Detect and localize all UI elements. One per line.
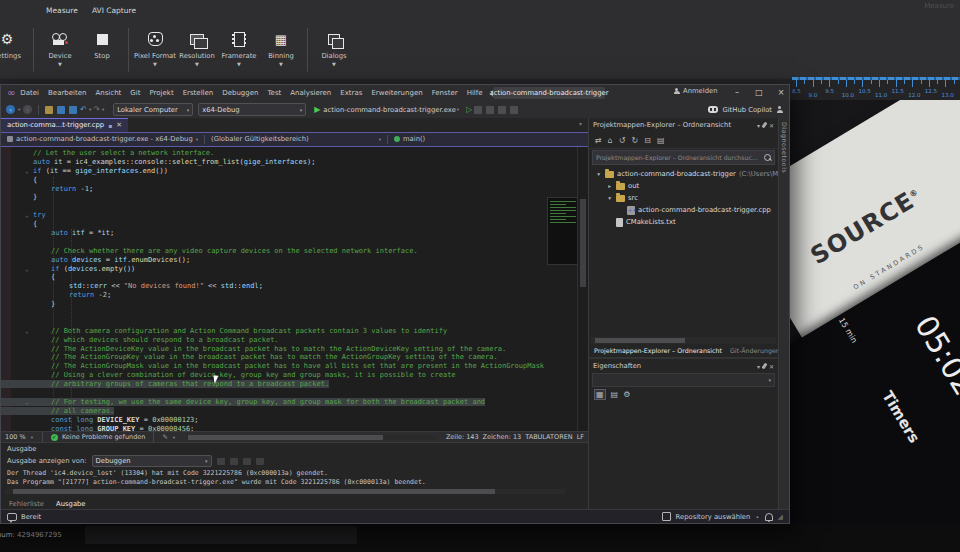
code-editor[interactable]: // Let the user select a network interfa…: [1, 147, 588, 431]
sign-in-button[interactable]: Anmelden: [673, 87, 717, 95]
dropdown-caret-icon[interactable]: ▼: [58, 62, 62, 66]
tree-item[interactable]: ▸out: [589, 180, 778, 192]
pin-icon[interactable]: [762, 122, 768, 129]
panel-tab[interactable]: Git-Änderungen: [730, 347, 780, 354]
window-position-dropdown-icon[interactable]: ▾: [757, 122, 760, 129]
fold-arrow-icon[interactable]: ⌄: [25, 327, 29, 336]
dropdown-caret-icon[interactable]: ▼: [279, 62, 283, 66]
tab-fehlerliste[interactable]: Fehlerliste: [9, 500, 44, 508]
toolbar-icon[interactable]: [486, 106, 494, 114]
menu-extras[interactable]: Extras: [340, 89, 362, 97]
menu-erstellen[interactable]: Erstellen: [183, 89, 214, 97]
open-folder-icon[interactable]: [45, 106, 53, 114]
startup-target-dropdown[interactable]: Lokaler Computer▾: [113, 103, 193, 116]
redo-dropdown-icon[interactable]: ▾: [102, 107, 104, 112]
menu-test[interactable]: Test: [268, 89, 282, 97]
vertical-scrollbar[interactable]: [577, 147, 588, 431]
refresh-icon[interactable]: ↻: [632, 136, 639, 145]
pen-icon[interactable]: ✎: [162, 433, 167, 441]
indentation-indicator[interactable]: TABULATOREN: [525, 433, 572, 441]
horizontal-scrollbar[interactable]: [186, 435, 436, 440]
project-dropdown[interactable]: action-command-broadcast-trigger.exe - x…: [1, 135, 204, 143]
minimize-button[interactable]: –: [729, 86, 745, 99]
fold-arrow-icon[interactable]: ⌄: [25, 211, 29, 220]
close-tab-icon[interactable]: ✕: [116, 121, 122, 129]
line-indicator[interactable]: Zeile: 143: [446, 433, 479, 441]
pen-dropdown-icon[interactable]: ▾: [173, 435, 175, 440]
output-source-dropdown[interactable]: Debuggen▾: [92, 455, 212, 467]
output-icon[interactable]: [230, 458, 238, 465]
tab-diagnostics[interactable]: Diagnosetools: [781, 122, 788, 173]
undo-dropdown-icon[interactable]: ▾: [89, 107, 91, 112]
tree-item[interactable]: action-command-broadcast-trigger.cpp: [589, 204, 778, 216]
resize-grip-icon[interactable]: ◢: [778, 513, 783, 521]
bookmark-icon[interactable]: [510, 106, 518, 114]
navigate-back-icon[interactable]: ‹: [6, 105, 15, 114]
dialogs-button[interactable]: Dialogs▼: [313, 26, 355, 77]
run-dropdown-icon[interactable]: ▾: [457, 107, 459, 112]
fold-arrow-icon[interactable]: ⌄: [25, 265, 29, 274]
problems-status[interactable]: Keine Probleme gefunden: [62, 433, 145, 441]
member-dropdown[interactable]: main(): [388, 135, 431, 143]
start-without-debugging-icon[interactable]: ▷: [466, 105, 472, 114]
dropdown-caret-icon[interactable]: ▼: [195, 62, 199, 66]
eol-indicator[interactable]: LF: [577, 433, 584, 441]
switch-views-icon[interactable]: ⇄: [595, 136, 602, 145]
solution-explorer-scrollbar[interactable]: [591, 337, 776, 344]
back-dropdown-icon[interactable]: ▾: [18, 107, 20, 112]
tree-item[interactable]: CMakeLists.txt: [589, 216, 778, 228]
menu-hilfe[interactable]: Hilfe: [467, 89, 483, 97]
redo-icon[interactable]: ↷: [93, 105, 100, 114]
fold-arrow-icon[interactable]: ⌄: [25, 398, 29, 407]
menu-erweiterungen[interactable]: Erweiterungen: [371, 89, 422, 97]
save-all-icon[interactable]: [69, 106, 77, 114]
menu-analysieren[interactable]: Analysieren: [290, 89, 331, 97]
tree-item[interactable]: ▾action-command-broadcast-trigger (C:\Us…: [589, 168, 778, 180]
undo-icon[interactable]: ↺: [619, 136, 626, 145]
zoom-level-dropdown[interactable]: 100 %: [5, 433, 26, 441]
feedback-bubble-icon[interactable]: [7, 513, 17, 521]
framerate-button[interactable]: Framerate▼: [218, 26, 260, 77]
categorized-icon[interactable]: ▦: [594, 389, 606, 400]
show-all-files-icon[interactable]: ▤: [657, 136, 665, 145]
feedback-icon[interactable]: [776, 106, 783, 113]
pin-icon[interactable]: [762, 363, 768, 370]
expand-arrow-icon[interactable]: ▸: [606, 183, 613, 189]
menu-datei[interactable]: Datei: [20, 89, 39, 97]
zoom-dropdown-icon[interactable]: ▾: [31, 435, 33, 440]
scope-dropdown[interactable]: (Globaler Gültigkeitsbereich)▾: [205, 135, 387, 143]
copilot-label[interactable]: GitHub Copilot: [722, 106, 772, 114]
build-configuration-dropdown[interactable]: x64-Debug▾: [198, 103, 306, 116]
tab-scroll-icon[interactable]: ▾: [579, 118, 588, 132]
alphabetical-icon[interactable]: ▤: [611, 390, 619, 399]
panel-tab[interactable]: Projektmappen-Explorer – Ordneransicht: [594, 347, 722, 354]
menu-bearbeiten[interactable]: Bearbeiten: [48, 89, 86, 97]
fold-arrow-icon[interactable]: ⌄: [25, 167, 29, 176]
toolbar-icon[interactable]: [474, 106, 482, 114]
properties-object-dropdown[interactable]: ▾: [592, 373, 775, 387]
output-text[interactable]: Der Thread 'ic4.device_lost' (13304) hat…: [7, 469, 567, 486]
dropdown-caret-icon[interactable]: ▼: [237, 62, 241, 66]
menu-ansicht[interactable]: Ansicht: [96, 89, 122, 97]
start-debugging-icon[interactable]: ▶: [314, 105, 320, 114]
home-icon[interactable]: ⌂: [608, 136, 613, 145]
close-panel-icon[interactable]: ✕: [769, 122, 774, 129]
clear-output-icon[interactable]: [243, 458, 251, 465]
menu-git[interactable]: Git: [130, 89, 140, 97]
settings-button[interactable]: ⚙Settings: [0, 26, 28, 77]
run-target-label[interactable]: action-command-broadcast-trigger.exe: [323, 106, 455, 114]
navigate-forward-icon[interactable]: ›: [23, 105, 32, 114]
dropdown-caret-icon[interactable]: ▼: [332, 62, 336, 66]
solution-explorer-search[interactable]: Projektmappen-Explorer – Ordneransicht d…: [592, 150, 775, 165]
output-scrollbar[interactable]: [5, 489, 565, 494]
notifications-bell-icon[interactable]: [765, 513, 773, 521]
property-pages-icon[interactable]: ⚙: [623, 390, 630, 399]
expand-arrow-icon[interactable]: ▾: [595, 171, 602, 177]
pixel-format-button[interactable]: Pixel Format▼: [134, 26, 176, 77]
bookmark-icon[interactable]: [498, 106, 506, 114]
document-tab[interactable]: action-comma...t-trigger.cpp ▪ ✕: [1, 118, 128, 132]
expand-arrow-icon[interactable]: ▾: [606, 195, 613, 201]
close-button[interactable]: ×: [773, 86, 789, 99]
window-position-dropdown-icon[interactable]: ▾: [757, 363, 760, 370]
binning-button[interactable]: ▦Binning▼: [260, 26, 302, 77]
